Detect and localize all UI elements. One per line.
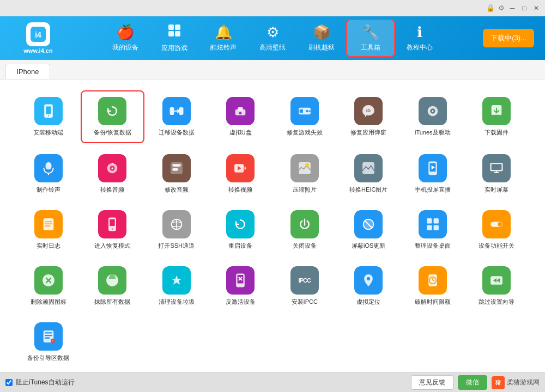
nav-jailbreak-label: 刷机越狱 [308,43,335,52]
nav-app-game[interactable]: 应用游戏 [150,19,199,57]
dropbox-icon: 📦 [313,24,330,41]
nav-wallpaper[interactable]: ⚙ 高清壁纸 [248,19,297,57]
svg-text:!: ! [52,339,53,342]
tool-clean-junk[interactable]: 清理设备垃圾 [144,261,209,311]
delete-stubborn-icon [34,266,63,295]
feedback-button[interactable]: 意见反馈 [411,375,453,390]
tool-virtual-udisk[interactable]: 虚拟U盘 [209,90,273,143]
tool-delete-stubborn[interactable]: 删除顽固图标 [16,261,81,311]
lock-icon: 🔒 [486,4,495,13]
realtime-log-label: 实时日志 [37,242,60,250]
tool-wipe-data[interactable]: 抹除所有数据 [81,261,145,311]
title-bar: 🔒 ⚙ ─ □ ✕ [0,0,545,16]
tool-fake-location[interactable]: 虚拟定位 [337,261,401,311]
logo-svg: i4 [29,26,47,43]
wechat-button[interactable]: 微信 [458,375,487,390]
tool-install-ipcc[interactable]: IPCC安装IPCC [272,261,337,311]
tool-deactivate[interactable]: 反激活设备 [209,261,273,311]
tool-break-time-limit[interactable]: 破解时间限额 [401,261,465,311]
tool-organize-desktop[interactable]: 整理设备桌面 [401,205,465,255]
tool-download-firmware[interactable]: 下载固件 [465,90,529,143]
info-icon: ℹ [417,24,422,41]
fake-location-label: 虚拟定位 [356,298,380,306]
nav-jailbreak[interactable]: 📦 刷机越狱 [297,19,346,57]
download-button[interactable]: 下载中(3)... [483,29,534,47]
tab-iphone[interactable]: iPhone [5,64,50,79]
backup-restore-icon [98,97,126,125]
tool-convert-video[interactable]: 转换视频 [209,149,273,199]
nav-my-device-label: 我的设备 [112,43,138,52]
tool-itunes-driver[interactable]: iTunes及驱动 [401,90,465,143]
nav-ringtone[interactable]: 🔔 酷炫铃声 [199,19,248,57]
svg-point-37 [305,163,308,167]
tool-fix-game[interactable]: 修复游戏失效 [272,90,337,143]
nav-tutorial[interactable]: ℹ 教程中心 [395,19,444,57]
tool-backup-restore[interactable]: 备份/恢复数据 [81,90,145,143]
tool-recovery-mode[interactable]: 进入恢复模式 [81,205,145,255]
deactivate-label: 反激活设备 [226,298,256,306]
compress-photo-label: 压缩照片 [293,186,317,194]
close-button[interactable]: ✕ [532,4,541,13]
tool-real-screen[interactable]: 实时屏幕 [465,149,529,199]
apple-icon: 🍎 [117,24,134,41]
svg-point-50 [112,228,113,229]
tool-compress-photo[interactable]: 压缩照片 [272,149,337,199]
itunes-checkbox[interactable] [5,379,13,386]
svg-rect-9 [169,107,174,115]
tool-convert-audio[interactable]: 转换音频 [81,149,145,199]
install-ipcc-label: 安装IPCC [292,298,318,306]
bell-icon: 🔔 [215,24,232,41]
fix-popup-label: 修复应用弹窗 [350,128,386,137]
organize-desktop-icon [419,210,447,238]
svg-point-28 [112,167,113,169]
svg-rect-15 [299,109,302,113]
tool-power-off[interactable]: 关闭设备 [272,205,337,255]
backup-guide-icon: ! [34,322,63,351]
minimize-button[interactable]: ─ [508,4,517,13]
deactivate-icon [226,266,255,295]
nav-ringtone-label: 酷炫铃声 [210,43,237,52]
tool-fix-popup[interactable]: ID修复应用弹窗 [337,90,401,143]
tool-phone-screen[interactable]: 手机投屏直播 [401,149,465,199]
restart-device-icon [226,210,255,238]
tool-restart-device[interactable]: 重启设备 [209,205,273,255]
skip-setup-label: 跳过设置向导 [479,298,514,306]
tool-device-switch[interactable]: 设备功能开关 [465,205,529,255]
clean-junk-icon [162,266,191,295]
nav-toolbox[interactable]: 🔧 工具箱 [346,19,395,57]
tool-install-mobile[interactable]: 安装移动端 [16,90,81,143]
break-time-limit-icon [419,266,447,295]
device-switch-label: 设备功能开关 [479,242,514,250]
tool-realtime-log[interactable]: 实时日志 [16,205,81,255]
nav-my-device[interactable]: 🍎 我的设备 [101,19,150,57]
tool-block-ios-update[interactable]: 屏蔽iOS更新 [337,205,401,255]
migrate-data-label: 迁移设备数据 [159,128,195,137]
tool-migrate-data[interactable]: 迁移设备数据 [144,90,209,143]
logo-area: i4 www.i4.cn [5,22,71,54]
tool-backup-guide[interactable]: !备份引导区数据 [16,317,81,367]
tool-ssh-tunnel[interactable]: 打开SSH通道 [144,205,209,255]
svg-point-70 [367,277,370,280]
real-screen-label: 实时屏幕 [485,186,508,194]
svg-rect-59 [427,225,432,230]
install-mobile-icon [34,97,63,125]
svg-rect-4 [168,31,174,36]
nav-toolbox-label: 工具箱 [361,43,380,52]
edit-audio-label: 修改音频 [165,186,189,194]
tool-edit-audio[interactable]: 修改音频 [144,149,209,199]
nav-tutorial-label: 教程中心 [407,43,433,52]
svg-point-16 [306,110,308,113]
app-icon [167,23,181,41]
svg-text:i4: i4 [35,30,41,39]
svg-rect-3 [175,24,180,30]
convert-heic-label: 转换HEIC图片 [349,186,387,194]
download-firmware-icon [482,97,511,125]
maximize-button[interactable]: □ [520,4,529,13]
clean-junk-label: 清理设备垃圾 [159,298,195,306]
tool-make-ringtone[interactable]: 制作铃声 [16,149,81,199]
phone-screen-icon [419,154,447,182]
tool-skip-setup[interactable]: 跳过设置向导 [465,261,529,311]
svg-rect-2 [168,24,174,30]
tool-convert-heic[interactable]: 转换HEIC图片 [337,149,401,199]
svg-rect-12 [238,107,243,110]
